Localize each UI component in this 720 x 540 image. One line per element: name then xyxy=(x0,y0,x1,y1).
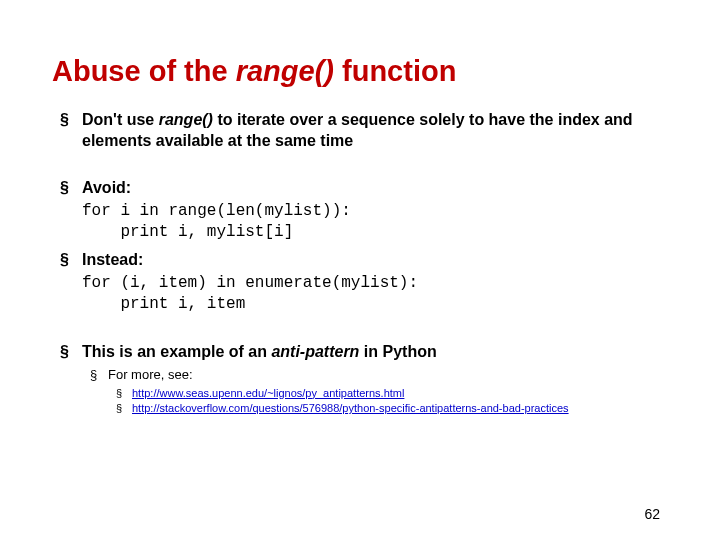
sub-bullet-list: For more, see: http://www.seas.upenn.edu… xyxy=(82,367,668,417)
bullet-instead: Instead: for (i, item) in enumerate(myli… xyxy=(78,250,668,316)
bullet1-fn: range() xyxy=(159,111,213,128)
title-pre: Abuse of the xyxy=(52,55,236,87)
avoid-label: Avoid: xyxy=(82,179,131,196)
slide-title: Abuse of the range() function xyxy=(52,55,668,88)
link-list: http://www.seas.upenn.edu/~lignos/py_ant… xyxy=(108,386,668,417)
bullet-more: For more, see: http://www.seas.upenn.edu… xyxy=(106,367,668,417)
more-label: For more, see: xyxy=(108,367,193,382)
antipattern-em: anti-pattern xyxy=(271,343,359,360)
slide-container: Abuse of the range() function Don't use … xyxy=(0,0,720,416)
bullet-avoid: Avoid: for i in range(len(mylist)): prin… xyxy=(78,178,668,244)
bullet-antipattern: This is an example of an anti-pattern in… xyxy=(78,342,668,416)
link-antipatterns-stackoverflow[interactable]: http://stackoverflow.com/questions/57698… xyxy=(132,402,569,414)
title-fn: range() xyxy=(236,55,334,87)
bullet1-pre: Don't use xyxy=(82,111,159,128)
bullet-dont-use: Don't use range() to iterate over a sequ… xyxy=(78,110,668,152)
antipattern-pre: This is an example of an xyxy=(82,343,271,360)
antipattern-post: in Python xyxy=(359,343,436,360)
page-number: 62 xyxy=(644,506,660,522)
bullet-list: Don't use range() to iterate over a sequ… xyxy=(52,110,668,416)
link-item-1: http://www.seas.upenn.edu/~lignos/py_ant… xyxy=(130,386,668,401)
link-item-2: http://stackoverflow.com/questions/57698… xyxy=(130,401,668,416)
instead-label: Instead: xyxy=(82,251,143,268)
avoid-code: for i in range(len(mylist)): print i, my… xyxy=(82,201,668,244)
link-antipatterns-upenn[interactable]: http://www.seas.upenn.edu/~lignos/py_ant… xyxy=(132,387,404,399)
instead-code: for (i, item) in enumerate(mylist): prin… xyxy=(82,273,668,316)
title-post: function xyxy=(334,55,456,87)
